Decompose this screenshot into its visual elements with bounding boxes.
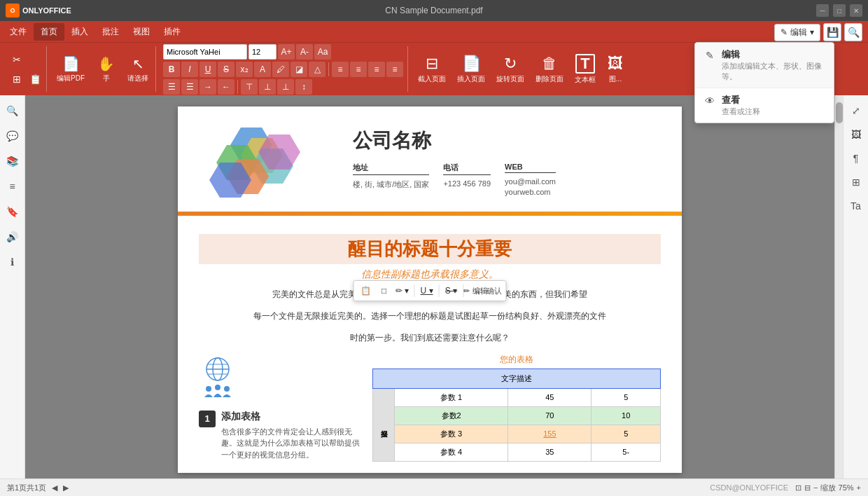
copy-button[interactable]: ⊞: [8, 71, 25, 88]
sidebar-comments[interactable]: 💬: [3, 126, 22, 146]
menu-file[interactable]: 文件: [3, 23, 34, 41]
sidebar-para[interactable]: ¶: [846, 149, 866, 168]
sidebar-menu[interactable]: ≡: [3, 177, 22, 196]
select-tool-button[interactable]: ↖ 请选择: [123, 49, 153, 90]
sidebar-bookmark[interactable]: 🔖: [3, 202, 22, 221]
border-btn[interactable]: △: [309, 62, 326, 77]
edit-pdf-button[interactable]: 📄 编辑PDF: [52, 49, 89, 90]
hand-tool-button[interactable]: ✋ 手: [93, 49, 119, 90]
list-bullet[interactable]: ☰: [163, 79, 180, 95]
search-button[interactable]: 🔍: [844, 23, 862, 41]
prev-page[interactable]: ◀: [52, 483, 57, 492]
row1-col3: 5: [592, 388, 661, 406]
row2-col3: 10: [592, 406, 661, 425]
fit-page-button[interactable]: ⊟ 截入页面: [414, 49, 450, 90]
menu-view[interactable]: 视图: [126, 23, 157, 41]
row4-col2: 35: [508, 443, 592, 461]
right-sidebar: ⤢ 🖼 ¶ ⊞ Ta: [843, 95, 868, 478]
align-v-mid[interactable]: ⊥: [259, 79, 276, 95]
document-canvas: 公司名称 地址 楼, 街, 城市/地区, 国家 电话 +123 456 789 …: [25, 95, 834, 478]
cut-button[interactable]: ✂: [8, 51, 25, 68]
edit-mode-button[interactable]: ✎ 编辑 ▾: [774, 24, 820, 41]
image-label: 图...: [609, 74, 622, 84]
subscript-button[interactable]: x₂: [236, 62, 253, 77]
inline-shape[interactable]: □: [377, 283, 392, 298]
sidebar-text[interactable]: Ta: [846, 196, 866, 216]
align-v-bottom[interactable]: ⊥: [277, 79, 294, 95]
inline-strike[interactable]: S ▾: [444, 283, 459, 298]
main-area: 🔍 💬 📚 ≡ 🔖 🔊 ℹ: [0, 95, 868, 478]
delete-page-button[interactable]: 🗑 删除页面: [531, 49, 568, 90]
sidebar-image[interactable]: 🖼: [846, 125, 866, 144]
data-table: 文字描述 报据补义 参数 1 45 5: [372, 368, 661, 462]
align-right[interactable]: ≡: [368, 62, 385, 77]
select-icon: ↖: [132, 55, 144, 72]
align-center[interactable]: ≡: [350, 62, 367, 77]
dropdown-edit-item[interactable]: ✎ 编辑 添加或编辑文本、形状、图像等。: [695, 43, 834, 88]
sidebar-audio[interactable]: 🔊: [3, 227, 22, 247]
list-number[interactable]: ☰: [181, 79, 198, 95]
fit-page-icon[interactable]: ⊡: [795, 483, 802, 492]
inline-copy[interactable]: 📋: [358, 283, 374, 298]
sidebar-table[interactable]: ⊞: [846, 172, 866, 192]
bold-button[interactable]: B: [163, 62, 180, 77]
zoom-level: 缩放 75%: [820, 483, 853, 493]
row1-col1: 参数 1: [395, 388, 508, 406]
inline-draw[interactable]: ✏ ▾: [395, 283, 410, 298]
underline-button[interactable]: U: [200, 62, 216, 77]
menu-home[interactable]: 首页: [34, 23, 64, 41]
strikethrough-button[interactable]: S: [218, 62, 234, 77]
zoom-out[interactable]: −: [813, 483, 818, 492]
para-spacing[interactable]: ↕: [295, 79, 312, 95]
font-size-down[interactable]: A-: [296, 44, 313, 60]
inline-edit[interactable]: ✏ 编辑: [468, 283, 484, 298]
hand-label: 手: [103, 74, 110, 83]
menu-comment[interactable]: 批注: [95, 23, 126, 41]
sidebar-fit[interactable]: ⤢: [846, 101, 866, 120]
company-logo: [199, 120, 339, 205]
dropdown-view-item[interactable]: 👁 查看 查看或注释: [695, 88, 834, 123]
indent-increase[interactable]: →: [200, 79, 216, 95]
zoom-in[interactable]: +: [857, 483, 861, 492]
insert-page-button[interactable]: 📄 插入页面: [453, 49, 489, 90]
sidebar-pages[interactable]: 📚: [3, 151, 22, 171]
web-col: WEB you@mail.com yourweb.com: [505, 163, 556, 196]
sidebar-search[interactable]: 🔍: [3, 101, 22, 120]
vertical-scrollbar[interactable]: [834, 95, 843, 478]
inline-underline[interactable]: U ▾: [419, 283, 435, 298]
font-size-up[interactable]: A+: [278, 44, 295, 60]
indent-decrease[interactable]: ←: [218, 79, 234, 95]
menu-insert[interactable]: 插入: [64, 23, 95, 41]
menu-plugin[interactable]: 插件: [157, 23, 188, 41]
save-button[interactable]: 💾: [823, 23, 841, 41]
scroll-thumb[interactable]: [836, 102, 843, 123]
rotate-page-button[interactable]: ↻ 旋转页面: [492, 49, 528, 90]
text-box-button[interactable]: T 文本框: [570, 49, 600, 90]
image-button[interactable]: 🖼 图...: [603, 49, 628, 90]
align-justify[interactable]: ≡: [386, 62, 403, 77]
italic-button[interactable]: I: [181, 62, 198, 77]
fill-color-btn[interactable]: ◪: [290, 62, 307, 77]
font-size-input[interactable]: [248, 44, 276, 60]
close-button[interactable]: ✕: [850, 4, 862, 17]
align-left[interactable]: ≡: [332, 62, 349, 77]
highlight-btn[interactable]: 🖊: [272, 62, 289, 77]
page-tools-group: ⊟ 截入页面 📄 插入页面 ↻ 旋转页面 🗑 删除页面 T 文本框 🖼 图...: [411, 46, 631, 92]
row3-col2[interactable]: 155: [508, 425, 592, 443]
font-case-btn[interactable]: Aa: [314, 44, 331, 60]
web-email: you@mail.com: [505, 177, 556, 186]
paste-button[interactable]: 📋: [27, 71, 43, 88]
next-page[interactable]: ▶: [63, 483, 69, 492]
table-row: 参数 3 155 5: [373, 425, 661, 443]
font-color-btn[interactable]: A: [254, 62, 271, 77]
sidebar-info[interactable]: ℹ: [3, 252, 22, 272]
view-item-desc: 查看或注释: [722, 106, 825, 117]
align-v-top[interactable]: ⊤: [241, 79, 258, 95]
inline-confirm[interactable]: 确认: [486, 283, 502, 298]
watermark: CSDN@ONLYOFFICE: [710, 483, 788, 492]
edit-pdf-icon: 📄: [62, 55, 80, 72]
font-family-input[interactable]: [163, 44, 247, 60]
fit-width-icon[interactable]: ⊟: [804, 483, 811, 492]
minimize-button[interactable]: ─: [816, 4, 829, 17]
maximize-button[interactable]: □: [833, 4, 846, 17]
